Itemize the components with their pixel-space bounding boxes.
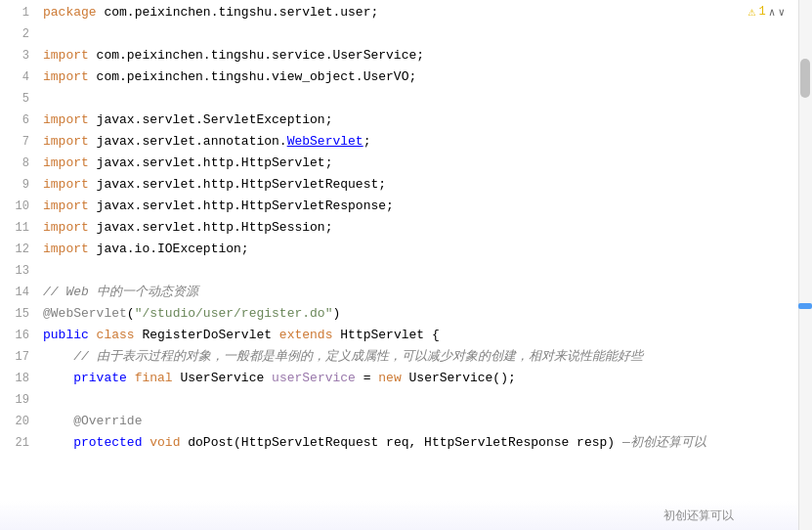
code-area[interactable]: 1 package com.peixinchen.tingshu.servlet… [0,0,812,530]
code-text [43,435,73,450]
code-line: 13 [0,260,812,282]
line-content [39,389,812,411]
line-content: // Web 中的一个动态资源 [39,282,812,303]
line-number: 19 [0,389,39,411]
line-content: import javax.servlet.annotation.WebServl… [39,131,812,153]
keyword: import [43,112,97,127]
code-line: 21 protected void doPost(HttpServletRequ… [0,432,812,454]
code-text: javax.servlet.http.HttpServletRequest; [97,177,386,192]
line-number: 6 [0,110,39,131]
keyword: import [43,155,97,170]
line-number: 3 [0,45,39,66]
line-content: @Override [39,411,812,432]
code-text: HttpServlet { [340,328,439,342]
code-line: 1 package com.peixinchen.tingshu.servlet… [0,2,812,23]
code-line: 8 import javax.servlet.http.HttpServlet; [0,153,812,174]
line-content: import com.peixinchen.tingshu.view_objec… [39,66,812,88]
field-name: userService [272,371,356,385]
line-number: 2 [0,23,39,45]
line-number: 17 [0,346,39,368]
line-number: 1 [0,2,39,23]
annotation: @Override [73,414,142,428]
code-text: javax.servlet.annotation. [97,134,287,149]
code-editor: 1 package com.peixinchen.tingshu.servlet… [0,0,812,530]
code-line: 3 import com.peixinchen.tingshu.service.… [0,45,812,66]
code-line: 12 import java.io.IOException; [0,239,812,260]
line-content [39,88,812,110]
code-text: = [356,371,378,385]
warning-count: 1 [759,5,766,19]
keyword: import [43,177,97,192]
string-value: "/studio/user/register.do" [135,306,333,321]
code-text: UserService(); [409,371,516,385]
line-number: 16 [0,325,39,346]
vertical-scrollbar[interactable] [798,0,812,530]
keyword-blue: public [43,328,97,342]
keyword: import [43,220,97,235]
code-text: RegisterDoServlet [142,328,278,342]
code-line: 9 import javax.servlet.http.HttpServletR… [0,174,812,196]
line-number: 12 [0,239,39,260]
line-content: package com.peixinchen.tingshu.servlet.u… [39,2,812,23]
line-number: 8 [0,153,39,174]
line-number: 15 [0,303,39,325]
code-line: 18 private final UserService userService… [0,368,812,389]
code-text: ) [332,306,340,321]
keyword: final [135,371,181,385]
code-text: com.peixinchen.tingshu.view_object.UserV… [97,69,417,84]
code-text: doPost(HttpServletRequest req, HttpServl… [188,435,615,450]
line-number: 7 [0,131,39,153]
code-line: 15 @WebServlet("/studio/user/register.do… [0,303,812,325]
line-content: import com.peixinchen.tingshu.service.Us… [39,45,812,66]
code-text [43,371,73,385]
code-line: 2 [0,23,812,45]
scrollbar-position-indicator [798,303,812,309]
code-line: 4 import com.peixinchen.tingshu.view_obj… [0,66,812,88]
code-line: 10 import javax.servlet.http.HttpServlet… [0,196,812,217]
scrollbar-thumb[interactable] [800,59,810,98]
line-number: 14 [0,282,39,303]
keyword: import [43,48,97,63]
line-content: public class RegisterDoServlet extends H… [39,325,812,346]
line-container: 1 package com.peixinchen.tingshu.servlet… [0,0,812,454]
code-line: 20 @Override [0,411,812,432]
bottom-hint-text: 初创还算可以 [663,508,734,524]
linked-class: WebServlet [287,134,363,149]
up-arrow-icon[interactable]: ∧ [769,6,776,19]
code-text: javax.servlet.ServletException; [97,112,333,127]
line-content: import javax.servlet.http.HttpServletReq… [39,174,812,196]
code-line: 11 import javax.servlet.http.HttpSession… [0,217,812,239]
code-text: javax.servlet.http.HttpServlet; [97,155,333,170]
comment-text: // Web 中的一个动态资源 [43,285,198,299]
warning-indicator[interactable]: ⚠ 1 ∧ ∨ [748,4,785,20]
code-text: javax.servlet.http.HttpSession; [97,220,333,235]
code-text: UserService [180,371,272,385]
line-content [39,23,812,45]
down-arrow-icon[interactable]: ∨ [778,6,785,19]
keyword: extends [279,328,340,342]
line-number: 5 [0,88,39,110]
comment-text: // 由于表示过程的对象，一般都是单例的，定义成属性，可以减少对象的创建，相对来… [43,349,643,364]
line-content: import java.io.IOException; [39,239,812,260]
line-number: 21 [0,432,39,454]
annotation: @WebServlet [43,306,127,321]
line-content: import javax.servlet.http.HttpServlet; [39,153,812,174]
line-content: // 由于表示过程的对象，一般都是单例的，定义成属性，可以减少对象的创建，相对来… [39,346,812,368]
keyword-blue: protected [73,435,150,450]
code-line: 19 [0,389,812,411]
line-number: 18 [0,368,39,389]
keyword: import [43,242,97,256]
line-number: 10 [0,196,39,217]
keyword: class [97,328,143,342]
line-content: protected void doPost(HttpServletRequest… [39,432,812,454]
comment-text: —初创还算可以 [615,435,706,450]
line-content: private final UserService userService = … [39,368,812,389]
warning-triangle-icon: ⚠ [748,4,756,20]
code-text: com.peixinchen.tingshu.servlet.user; [104,5,378,20]
code-line: 5 [0,88,812,110]
code-text: javax.servlet.http.HttpServletResponse; [97,199,394,213]
keyword: void [150,435,188,450]
keyword: import [43,134,97,149]
code-text: ( [127,306,135,321]
line-content: import javax.servlet.http.HttpSession; [39,217,812,239]
